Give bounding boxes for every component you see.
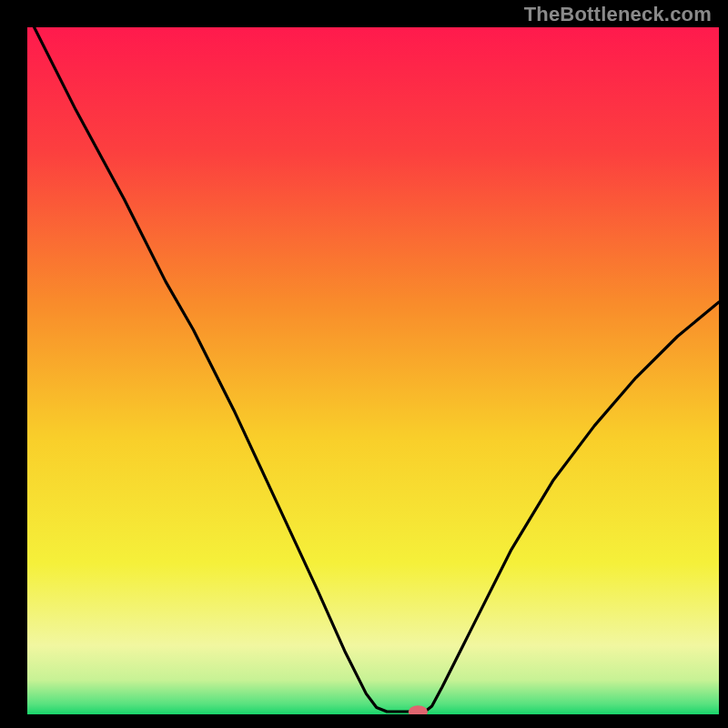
gradient-background bbox=[27, 27, 719, 714]
watermark-label: TheBottleneck.com bbox=[524, 3, 712, 26]
optimal-marker bbox=[409, 705, 428, 718]
chart-stage: TheBottleneck.com bbox=[0, 0, 728, 728]
bottleneck-chart-svg bbox=[0, 0, 728, 728]
